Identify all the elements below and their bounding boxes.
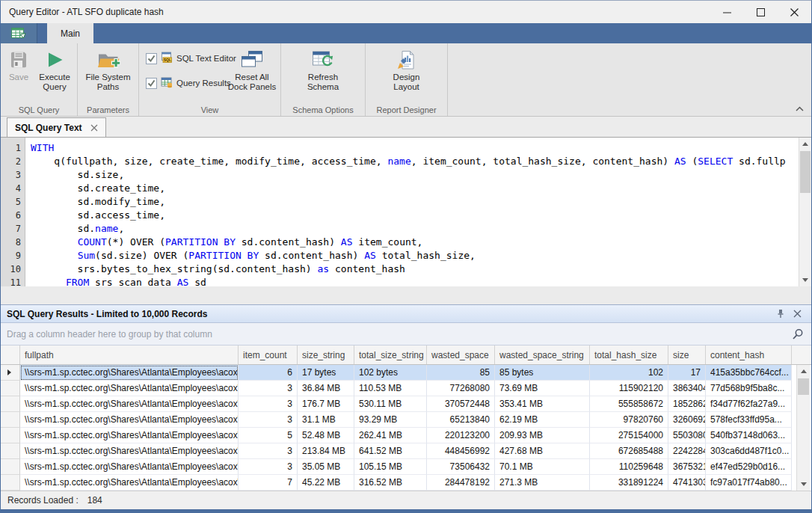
cell-size_string[interactable]: 31.1 MB (298, 412, 354, 428)
cell-wasted_space_string[interactable]: 62.19 MB (495, 412, 590, 428)
cell-size[interactable]: 36753216 (668, 459, 706, 475)
query-results-checkbox[interactable] (146, 78, 157, 89)
minimize-button[interactable] (710, 1, 744, 23)
cell-content_hash[interactable]: 303ca6dd487f1c0... (706, 443, 792, 459)
cell-total_size_string[interactable]: 105.15 MB (354, 459, 427, 475)
close-button[interactable] (778, 1, 811, 23)
tab-sql-query-text[interactable]: SQL Query Text (7, 117, 106, 137)
cell-fullpath[interactable]: \\srs-m1.sp.cctec.org\Shares\Atlanta\Emp… (20, 443, 239, 459)
cell-size_string[interactable]: 35.05 MB (298, 459, 354, 475)
cell-total_size_string[interactable]: 93.29 MB (354, 412, 427, 428)
scroll-down-button[interactable] (799, 274, 811, 286)
cell-item_count[interactable]: 3 (239, 412, 298, 428)
grid-scroll-down-button[interactable] (797, 478, 810, 491)
table-row[interactable]: \\srs-m1.sp.cctec.org\Shares\Atlanta\Emp… (1, 475, 811, 491)
cell-wasted_space[interactable]: 85 (427, 365, 495, 381)
cell-total_size_string[interactable]: 102 bytes (354, 365, 427, 381)
column-header-total_hash_size[interactable]: total_hash_size (590, 345, 668, 364)
cell-size_string[interactable]: 52.48 MB (298, 428, 354, 443)
cell-wasted_space[interactable]: 65213840 (427, 412, 495, 428)
cell-wasted_space_string[interactable]: 85 bytes (495, 365, 590, 381)
table-row[interactable]: \\srs-m1.sp.cctec.org\Shares\Atlanta\Emp… (1, 381, 811, 396)
cell-size_string[interactable]: 176.7 MB (298, 396, 354, 412)
cell-content_hash[interactable]: fc97a017f74ab80... (706, 475, 792, 491)
scroll-up-button[interactable] (799, 138, 811, 150)
cell-size[interactable]: 224228496 (668, 443, 706, 459)
cell-wasted_space_string[interactable]: 73.69 MB (495, 381, 590, 396)
column-header-fullpath[interactable]: fullpath (20, 345, 239, 364)
cell-item_count[interactable]: 6 (239, 365, 298, 381)
cell-total_hash_size[interactable]: 331891224 (590, 475, 668, 491)
cell-size[interactable]: 185286224 (668, 396, 706, 412)
grid-scroll-thumb[interactable] (798, 378, 809, 395)
column-header-wasted_space[interactable]: wasted_space (427, 345, 495, 364)
cell-size_string[interactable]: 17 bytes (298, 365, 354, 381)
cell-total_size_string[interactable]: 262.41 MB (354, 428, 427, 443)
cell-item_count[interactable]: 3 (239, 381, 298, 396)
cell-size_string[interactable]: 213.84 MB (298, 443, 354, 459)
sql-text-editor-checkbox-row[interactable]: SQL SQL Text Editor (146, 52, 223, 65)
cell-total_hash_size[interactable]: 275154000 (590, 428, 668, 443)
cell-item_count[interactable]: 3 (239, 396, 298, 412)
table-row[interactable]: \\srs-m1.sp.cctec.org\Shares\Atlanta\Emp… (1, 412, 811, 428)
query-results-checkbox-row[interactable]: Query Results (146, 76, 223, 90)
cell-content_hash[interactable]: f34d77f62fa27a9... (706, 396, 792, 412)
ribbon-collapse-button[interactable] (794, 105, 805, 112)
table-row[interactable]: \\srs-m1.sp.cctec.org\Shares\Atlanta\Emp… (1, 428, 811, 443)
cell-total_hash_size[interactable]: 97820760 (590, 412, 668, 428)
maximize-button[interactable] (744, 1, 778, 23)
cell-content_hash[interactable]: 415a35bbc764ccf... (706, 365, 792, 381)
editor-vertical-scrollbar[interactable] (799, 138, 811, 286)
table-row[interactable]: \\srs-m1.sp.cctec.org\Shares\Atlanta\Emp… (1, 443, 811, 459)
save-button[interactable]: Save (3, 43, 34, 82)
cell-item_count[interactable]: 3 (239, 443, 298, 459)
cell-fullpath[interactable]: \\srs-m1.sp.cctec.org\Shares\Atlanta\Emp… (20, 459, 239, 475)
execute-query-button[interactable]: Execute Query (34, 43, 75, 92)
cell-wasted_space[interactable]: 73506432 (427, 459, 495, 475)
cell-wasted_space[interactable]: 448456992 (427, 443, 495, 459)
cell-total_hash_size[interactable]: 110259648 (590, 459, 668, 475)
refresh-schema-button[interactable]: Refresh Schema (295, 43, 351, 92)
cell-wasted_space_string[interactable]: 209.93 MB (495, 428, 590, 443)
cell-total_size_string[interactable]: 530.11 MB (354, 396, 427, 412)
cell-total_size_string[interactable]: 316.52 MB (354, 475, 427, 491)
cell-size[interactable]: 47413032 (668, 475, 706, 491)
app-menu-button[interactable] (1, 23, 37, 43)
table-row[interactable]: \\srs-m1.sp.cctec.org\Shares\Atlanta\Emp… (1, 459, 811, 475)
cell-total_hash_size[interactable]: 115902120 (590, 381, 668, 396)
table-row[interactable]: \\srs-m1.sp.cctec.org\Shares\Atlanta\Emp… (1, 396, 811, 412)
cell-content_hash[interactable]: 578fecf33ffd95a... (706, 412, 792, 428)
group-by-panel[interactable]: Drag a column header here to group by th… (1, 323, 811, 345)
cell-wasted_space[interactable]: 284478192 (427, 475, 495, 491)
cell-size[interactable]: 38634040 (668, 381, 706, 396)
cell-total_size_string[interactable]: 641.52 MB (354, 443, 427, 459)
cell-wasted_space[interactable]: 220123200 (427, 428, 495, 443)
grid-vertical-scrollbar[interactable] (796, 365, 810, 491)
tab-main[interactable]: Main (47, 23, 93, 43)
cell-wasted_space[interactable]: 77268080 (427, 381, 495, 396)
cell-fullpath[interactable]: \\srs-m1.sp.cctec.org\Shares\Atlanta\Emp… (20, 365, 239, 381)
column-header-size_string[interactable]: size_string (298, 345, 354, 364)
grid-scroll-up-button[interactable] (797, 365, 810, 378)
cell-wasted_space_string[interactable]: 427.68 MB (495, 443, 590, 459)
file-system-paths-button[interactable]: File System Paths (81, 43, 136, 92)
cell-size_string[interactable]: 45.22 MB (298, 475, 354, 491)
close-panel-button[interactable] (789, 307, 805, 321)
cell-fullpath[interactable]: \\srs-m1.sp.cctec.org\Shares\Atlanta\Emp… (20, 428, 239, 443)
column-header-wasted_space_string[interactable]: wasted_space_string (495, 345, 590, 364)
column-header-content_hash[interactable]: content_hash (706, 345, 792, 364)
cell-fullpath[interactable]: \\srs-m1.sp.cctec.org\Shares\Atlanta\Emp… (20, 396, 239, 412)
cell-size[interactable]: 32606920 (668, 412, 706, 428)
sql-code-editor[interactable]: WITH q(fullpath, size, create_time, modi… (31, 141, 798, 286)
cell-content_hash[interactable]: 540fb37148d063... (706, 428, 792, 443)
cell-fullpath[interactable]: \\srs-m1.sp.cctec.org\Shares\Atlanta\Emp… (20, 381, 239, 396)
cell-content_hash[interactable]: ef47ed529b0d16... (706, 459, 792, 475)
column-header-item_count[interactable]: item_count (239, 345, 298, 364)
cell-wasted_space_string[interactable]: 271.3 MB (495, 475, 590, 491)
cell-wasted_space_string[interactable]: 70.1 MB (495, 459, 590, 475)
grid-search-button[interactable] (790, 327, 805, 342)
tab-close-icon[interactable] (90, 124, 98, 132)
cell-wasted_space_string[interactable]: 353.41 MB (495, 396, 590, 412)
sql-text-editor-checkbox[interactable] (146, 53, 157, 64)
cell-fullpath[interactable]: \\srs-m1.sp.cctec.org\Shares\Atlanta\Emp… (20, 475, 239, 491)
